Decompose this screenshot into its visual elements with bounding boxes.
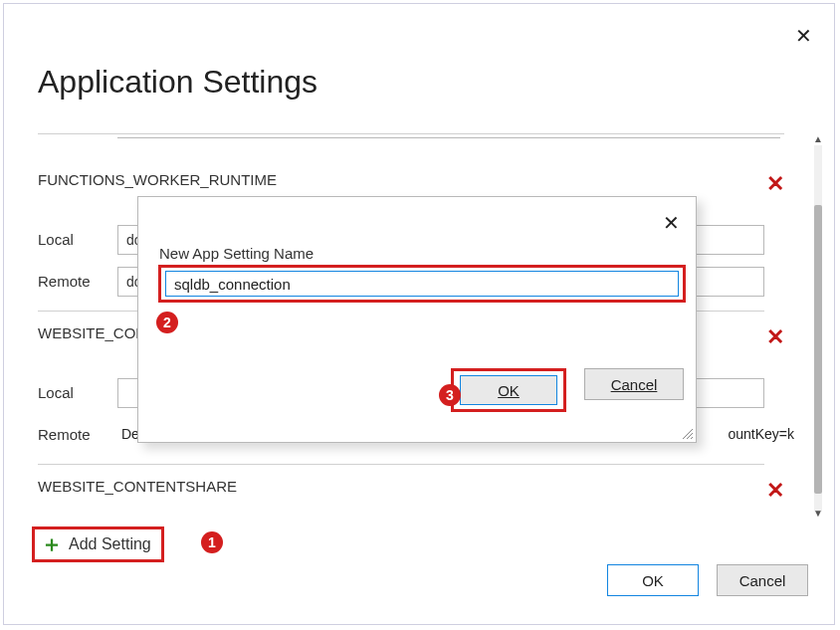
remote-value-suffix: ountKey=k — [728, 426, 794, 442]
resize-grip-icon[interactable] — [680, 426, 694, 440]
setting-group: WEBSITE_CONTENTSHARE ✕ — [38, 478, 784, 496]
divider — [38, 464, 764, 465]
remote-label: Remote — [38, 273, 91, 290]
delete-setting-icon[interactable]: ✕ — [766, 478, 784, 504]
delete-setting-icon[interactable]: ✕ — [766, 324, 784, 350]
svg-line-2 — [691, 437, 693, 439]
new-setting-dialog: ✕ New App Setting Name OK Cancel — [137, 196, 697, 443]
setting-key: WEBSITE_CONTENTSHARE — [38, 478, 237, 495]
add-setting-button[interactable]: ＋ Add Setting — [32, 526, 164, 562]
delete-setting-icon[interactable]: ✕ — [766, 171, 784, 197]
callout-badge-1: 1 — [201, 531, 223, 553]
plus-icon: ＋ — [41, 533, 63, 555]
dialog-ok-highlight: OK — [451, 368, 566, 412]
scroll-up-arrow-icon[interactable]: ▲ — [811, 133, 825, 144]
page-title: Application Settings — [38, 64, 317, 101]
dialog-close-icon[interactable]: ✕ — [663, 211, 680, 235]
callout-badge-3: 3 — [439, 384, 461, 406]
dialog-cancel-button[interactable]: Cancel — [584, 368, 684, 400]
local-label: Local — [38, 384, 74, 401]
ok-button[interactable]: OK — [607, 564, 699, 596]
setting-key: WEBSITE_CON — [38, 324, 146, 341]
close-icon[interactable]: ✕ — [795, 24, 812, 48]
dialog-button-bar: OK Cancel — [451, 368, 684, 412]
scrollbar-thumb[interactable] — [814, 205, 822, 494]
divider — [117, 137, 780, 138]
cancel-button[interactable]: Cancel — [717, 564, 808, 596]
remote-label: Remote — [38, 426, 91, 443]
divider — [38, 133, 784, 134]
setting-group: FUNCTIONS_WORKER_RUNTIME ✕ — [38, 171, 784, 189]
callout-badge-2: 2 — [156, 312, 178, 333]
setting-key: FUNCTIONS_WORKER_RUNTIME — [38, 171, 277, 188]
scroll-down-arrow-icon[interactable]: ▼ — [811, 508, 825, 519]
local-label: Local — [38, 231, 74, 248]
dialog-ok-button[interactable]: OK — [460, 375, 557, 405]
add-setting-label: Add Setting — [69, 535, 151, 553]
setting-name-input[interactable] — [165, 271, 679, 297]
window-button-bar: OK Cancel — [607, 564, 808, 596]
dialog-input-highlight — [158, 265, 686, 303]
dialog-label: New App Setting Name — [159, 245, 314, 262]
